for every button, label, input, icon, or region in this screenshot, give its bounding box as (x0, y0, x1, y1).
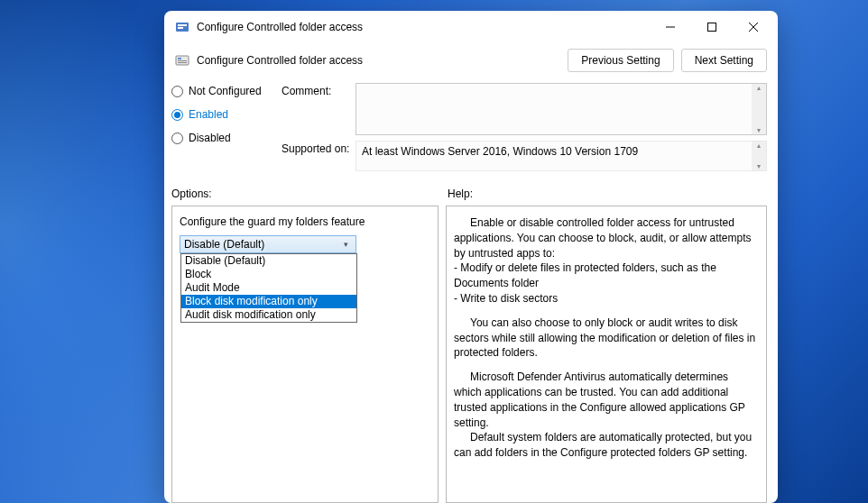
section-labels: Options: Help: (164, 178, 778, 206)
comment-row: Comment: ▴ ▾ (282, 83, 767, 135)
close-button[interactable] (733, 13, 774, 41)
radio-label: Disabled (189, 132, 231, 144)
policy-title: Configure Controlled folder access (197, 54, 363, 67)
scrollbar[interactable]: ▴ ▾ (752, 142, 766, 170)
minimize-button[interactable] (650, 13, 691, 41)
help-text: Microsoft Defender Antivirus automatical… (454, 370, 759, 430)
header-row: Configure Controlled folder access Previ… (164, 43, 778, 79)
policy-icon (175, 53, 189, 68)
scrollbar[interactable]: ▴ ▾ (752, 84, 766, 134)
window: Configure Controlled folder access Confi… (164, 11, 778, 503)
scroll-up-icon: ▴ (757, 142, 761, 150)
options-panel: Configure the guard my folders feature D… (171, 206, 439, 503)
supported-label: Supported on: (282, 141, 356, 155)
help-panel: Enable or disable controlled folder acce… (446, 206, 767, 503)
comment-input[interactable]: ▴ ▾ (356, 83, 767, 135)
titlebar: Configure Controlled folder access (164, 11, 778, 43)
dropdown-item-audit-disk[interactable]: Audit disk modification only (181, 308, 356, 322)
state-radios: Not Configured Enabled Disabled (171, 83, 282, 171)
svg-rect-8 (178, 58, 181, 59)
panels: Configure the guard my folders feature D… (164, 206, 778, 503)
help-text: You can also choose to only block or aud… (454, 316, 759, 361)
supported-row: Supported on: At least Windows Server 20… (282, 141, 767, 171)
next-setting-button[interactable]: Next Setting (681, 49, 767, 72)
dropdown-item-audit[interactable]: Audit Mode (181, 281, 356, 295)
feature-label: Configure the guard my folders feature (180, 215, 430, 228)
radio-not-configured[interactable]: Not Configured (171, 85, 282, 97)
help-text: Default system folders are automatically… (454, 430, 759, 461)
scroll-down-icon: ▾ (757, 162, 761, 170)
radio-icon (171, 86, 183, 97)
help-bullet: - Modify or delete files in protected fo… (454, 261, 759, 291)
radio-label: Enabled (189, 108, 228, 121)
window-title: Configure Controlled folder access (197, 21, 650, 33)
radio-icon (171, 133, 183, 144)
help-bullet: - Write to disk sectors (454, 291, 759, 306)
nav-buttons: Previous Setting Next Setting (568, 49, 767, 72)
dropdown-item-block[interactable]: Block (181, 268, 356, 281)
app-icon (175, 20, 189, 34)
maximize-button[interactable] (691, 13, 733, 41)
radio-disabled[interactable]: Disabled (171, 132, 282, 144)
svg-rect-4 (708, 23, 716, 32)
comment-label: Comment: (282, 83, 356, 97)
guard-mode-dropdown[interactable]: Disable (Default) ▾ Disable (Default) Bl… (180, 235, 356, 253)
scroll-up-icon: ▴ (757, 84, 761, 92)
svg-rect-9 (178, 60, 187, 61)
radio-label: Not Configured (189, 85, 262, 97)
config-area: Not Configured Enabled Disabled Comment:… (164, 79, 778, 178)
svg-rect-2 (178, 27, 183, 29)
previous-setting-button[interactable]: Previous Setting (568, 49, 673, 72)
supported-value: At least Windows Server 2016, Windows 10… (362, 145, 638, 158)
dropdown-selected: Disable (Default) (184, 238, 339, 251)
dropdown-list: Disable (Default) Block Audit Mode Block… (180, 253, 357, 323)
radio-enabled[interactable]: Enabled (171, 108, 282, 121)
options-label: Options: (171, 187, 448, 200)
meta-column: Comment: ▴ ▾ Supported on: At least Wind… (282, 83, 767, 171)
help-label: Help: (448, 187, 473, 200)
dropdown-item-block-disk[interactable]: Block disk modification only (181, 295, 356, 308)
chevron-down-icon: ▾ (339, 240, 352, 249)
supported-text: At least Windows Server 2016, Windows 10… (356, 141, 767, 171)
scroll-down-icon: ▾ (757, 126, 761, 134)
window-controls (650, 13, 774, 41)
header-left: Configure Controlled folder access (175, 53, 568, 68)
svg-rect-10 (178, 62, 187, 63)
radio-icon (171, 109, 183, 121)
dropdown-item-disable[interactable]: Disable (Default) (181, 254, 356, 268)
help-text: Enable or disable controlled folder acce… (454, 215, 759, 261)
svg-rect-1 (178, 24, 187, 26)
